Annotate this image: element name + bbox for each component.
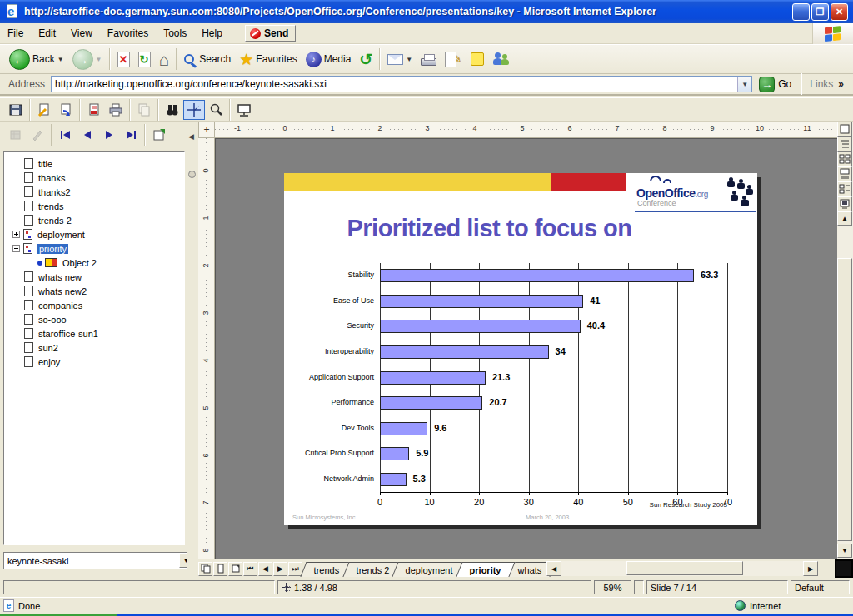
expand-icon[interactable] xyxy=(12,231,20,238)
first-slide-button[interactable] xyxy=(55,125,77,145)
media-button[interactable]: ♪ Media xyxy=(302,46,356,72)
print-document-button[interactable] xyxy=(105,100,127,120)
back-dropdown-icon[interactable]: ▼ xyxy=(57,56,64,63)
address-input[interactable] xyxy=(52,78,737,90)
chart-category-label: Ease of Use xyxy=(284,296,374,305)
last-slide-button[interactable] xyxy=(120,125,142,145)
slides-view-button[interactable] xyxy=(837,152,852,166)
tree-item-priority[interactable]: priority xyxy=(12,241,68,256)
outline-view-icon xyxy=(839,138,851,150)
menu-file[interactable]: File xyxy=(0,25,31,42)
drawing-view-button[interactable] xyxy=(837,122,852,137)
edit-button[interactable]: ✎ xyxy=(441,46,466,72)
scroll-down-button[interactable]: ▼ xyxy=(837,544,852,558)
home-button[interactable]: ⌂ xyxy=(155,46,174,72)
scroll-right-button[interactable]: ▶ xyxy=(803,561,818,576)
tree-item-label: thanks xyxy=(38,173,65,183)
tree-item-staroffice-sun1[interactable]: staroffice-sun1 xyxy=(24,326,98,340)
links-bar[interactable]: Links » xyxy=(805,78,851,90)
collapse-panel-icon[interactable]: ◀ xyxy=(188,132,194,141)
tree-item-whats-new2[interactable]: whats new2 xyxy=(24,284,87,298)
document-canvas[interactable]: OpenOffice.org Conference Prioritized li… xyxy=(215,138,837,559)
last-slide-icon xyxy=(124,129,137,141)
messenger-button[interactable] xyxy=(488,46,515,72)
favorites-button[interactable]: ★ Favorites xyxy=(235,46,301,72)
previous-slide-button[interactable] xyxy=(77,125,98,145)
history-button[interactable]: ↺ xyxy=(355,46,377,72)
address-dropdown-icon[interactable]: ▼ xyxy=(737,77,751,92)
outline-view-button[interactable] xyxy=(837,137,852,152)
fit-window-button[interactable] xyxy=(183,100,205,120)
tree-item-so-ooo[interactable]: so-ooo xyxy=(24,312,67,326)
notes-view-button[interactable] xyxy=(837,166,852,181)
toolbar-separator xyxy=(29,99,31,121)
slide-tab-priority[interactable]: priority xyxy=(456,562,516,577)
menu-help[interactable]: Help xyxy=(194,25,230,42)
discuss-button[interactable] xyxy=(466,46,488,72)
tree-item-whats-new[interactable]: whats new xyxy=(24,270,82,284)
tree-item-sun2[interactable]: sun2 xyxy=(24,340,58,355)
horizontal-scrollbar[interactable]: ◀ ▶ xyxy=(546,561,818,576)
next-slide-button[interactable] xyxy=(98,125,120,145)
chart-value-label: 34 xyxy=(556,346,566,356)
menu-edit[interactable]: Edit xyxy=(31,25,63,42)
horizontal-scrollbar-thumb[interactable] xyxy=(626,561,743,575)
scroll-left-button[interactable]: ◀ xyxy=(546,561,561,576)
tree-item-enjoy[interactable]: enjoy xyxy=(24,355,60,369)
chart-source-note: Sun Research Study 2003 xyxy=(650,501,727,509)
mail-button[interactable]: ▼ xyxy=(383,46,417,72)
tree-item-trends[interactable]: trends xyxy=(24,199,64,213)
go-button[interactable]: → Go xyxy=(752,77,798,92)
tree-item-companies[interactable]: companies xyxy=(24,298,82,312)
find-button[interactable] xyxy=(162,100,183,120)
restore-button[interactable]: ❐ xyxy=(811,3,829,21)
stop-button[interactable]: ✕ xyxy=(113,46,134,72)
address-field[interactable]: ▼ xyxy=(51,76,752,92)
last-tab-button[interactable]: ⏭ xyxy=(288,562,302,576)
status-zoom-field[interactable]: 59% xyxy=(594,580,631,594)
tree-item-thanks[interactable]: thanks xyxy=(24,171,65,185)
document-selector[interactable]: keynote-sasaki ▼ xyxy=(3,552,195,569)
send-button[interactable]: Send xyxy=(245,25,296,42)
start-presentation-button[interactable] xyxy=(837,196,852,211)
panel-splitter[interactable]: ◀ xyxy=(187,122,198,578)
presentation-button[interactable] xyxy=(233,100,255,120)
first-tab-button[interactable]: ⏮ xyxy=(243,562,257,576)
tree-item-trends-2[interactable]: trends 2 xyxy=(24,213,72,227)
forward-button[interactable]: → ▼ xyxy=(68,46,107,72)
slide-tab-bar: ⏮ ◀ ▶ ⏭ trendstrends 2deploymentpriority… xyxy=(198,559,836,578)
refresh-button[interactable]: ↻ xyxy=(134,46,155,72)
close-button[interactable]: ✕ xyxy=(831,3,848,21)
chart-bar xyxy=(380,371,486,385)
save-button[interactable] xyxy=(5,100,27,120)
next-tab-button[interactable]: ▶ xyxy=(273,562,287,576)
vertical-scrollbar-thumb[interactable] xyxy=(837,258,852,541)
tree-item-deployment[interactable]: deployment xyxy=(12,227,85,241)
slide-page-icon xyxy=(24,158,33,169)
back-button[interactable]: ← Back ▼ xyxy=(5,46,68,72)
prev-tab-button[interactable]: ◀ xyxy=(258,562,272,576)
toolbar-separator xyxy=(229,99,231,121)
menu-tools[interactable]: Tools xyxy=(156,25,194,42)
open-source-button[interactable] xyxy=(55,100,77,120)
tree-item-title[interactable]: title xyxy=(24,156,52,171)
page-mode-button-2[interactable] xyxy=(213,562,227,576)
tree-item-thanks2[interactable]: thanks2 xyxy=(24,185,71,199)
chevron-icon[interactable]: » xyxy=(838,78,844,90)
print-button[interactable] xyxy=(417,46,441,72)
tree-item-object-2[interactable]: Object 2 xyxy=(37,256,97,270)
zoom-button[interactable] xyxy=(205,100,227,120)
goto-slide-button[interactable] xyxy=(148,125,170,145)
mail-dropdown-icon[interactable]: ▼ xyxy=(406,56,412,63)
menu-view[interactable]: View xyxy=(63,25,100,42)
export-pdf-button[interactable] xyxy=(83,100,105,120)
page-mode-button-3[interactable] xyxy=(228,562,242,576)
menu-favorites[interactable]: Favorites xyxy=(100,25,156,42)
handout-view-button[interactable] xyxy=(837,181,852,196)
collapse-icon[interactable] xyxy=(12,245,20,252)
search-button[interactable]: Search xyxy=(180,46,235,72)
page-mode-button-1[interactable] xyxy=(198,562,212,576)
minimize-button[interactable]: ─ xyxy=(792,3,810,21)
edit-file-button[interactable] xyxy=(33,100,55,120)
scroll-up-button[interactable]: ▲ xyxy=(837,211,852,226)
